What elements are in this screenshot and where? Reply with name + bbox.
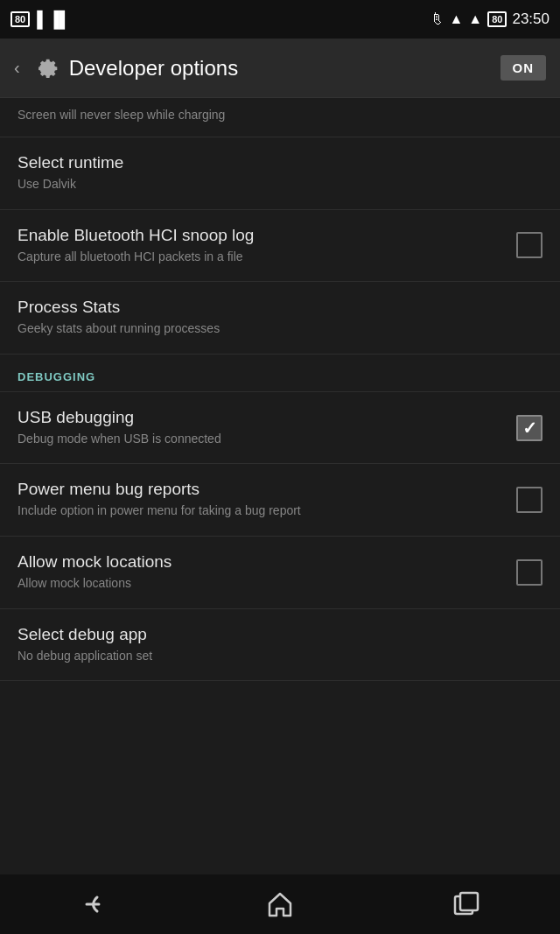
nav-bar [0, 874, 560, 934]
page-title: Developer options [69, 56, 238, 81]
setting-item-power-menu-bug[interactable]: Power menu bug reports Include option in… [0, 464, 560, 537]
setting-text-allow-mock-locations: Allow mock locations Allow mock location… [18, 552, 516, 593]
app-bar-left: ‹ Developer options [14, 53, 238, 84]
setting-title-usb-debugging: USB debugging [18, 408, 506, 427]
partial-setting-text: Screen will never sleep while charging [18, 108, 225, 122]
setting-text-process-stats: Process Stats Geeky stats about running … [18, 298, 542, 338]
section-header-label: DEBUGGING [18, 370, 95, 383]
nav-recents-icon [453, 891, 480, 917]
svg-rect-1 [460, 893, 478, 910]
setting-subtitle-select-debug-app: No debug application set [18, 648, 532, 665]
setting-text-usb-debugging: USB debugging Debug mode when USB is con… [18, 408, 516, 448]
setting-title-select-runtime: Select runtime [18, 153, 532, 172]
setting-subtitle-power-menu-bug: Include option in power menu for taking … [18, 502, 506, 520]
app-bar: ‹ Developer options ON [0, 39, 560, 98]
nav-home-button[interactable] [245, 883, 315, 925]
setting-text-power-menu-bug: Power menu bug reports Include option in… [18, 480, 516, 520]
setting-subtitle-allow-mock-locations: Allow mock locations [18, 575, 506, 593]
setting-title-select-debug-app: Select debug app [18, 625, 532, 644]
setting-item-process-stats[interactable]: Process Stats Geeky stats about running … [0, 282, 560, 355]
setting-text-select-runtime: Select runtime Use Dalvik [18, 153, 542, 193]
back-nav-icon[interactable]: ‹ [14, 58, 20, 78]
gear-icon [29, 53, 60, 84]
nav-back-button[interactable] [59, 883, 129, 925]
section-header-debugging: DEBUGGING [0, 355, 560, 392]
status-bar: 80 ▌▐▌ 🖁 ▲ ▲ 80 23:50 [0, 0, 560, 39]
battery-indicator: 80 [10, 11, 30, 27]
setting-item-bluetooth-hci[interactable]: Enable Bluetooth HCI snoop log Capture a… [0, 210, 560, 283]
wifi-icon: ▲ [450, 11, 464, 27]
setting-item-select-debug-app[interactable]: Select debug app No debug application se… [0, 609, 560, 682]
setting-subtitle-usb-debugging: Debug mode when USB is connected [18, 431, 506, 448]
power-menu-bug-checkbox[interactable] [516, 487, 542, 513]
nav-home-icon [265, 889, 295, 919]
setting-text-bluetooth-hci: Enable Bluetooth HCI snoop log Capture a… [18, 226, 516, 266]
setting-title-bluetooth-hci: Enable Bluetooth HCI snoop log [18, 226, 506, 245]
setting-title-allow-mock-locations: Allow mock locations [18, 552, 506, 572]
usb-debugging-checkbox[interactable] [516, 415, 542, 441]
setting-subtitle-process-stats: Geeky stats about running processes [18, 320, 532, 338]
setting-subtitle-bluetooth-hci: Capture all bluetooth HCI packets in a f… [18, 249, 506, 266]
barcode-icon: ▌▐▌ [37, 11, 70, 29]
setting-title-process-stats: Process Stats [18, 298, 532, 317]
nav-recents-button[interactable] [431, 883, 501, 925]
partial-setting-item: Screen will never sleep while charging [0, 98, 560, 137]
setting-item-usb-debugging[interactable]: USB debugging Debug mode when USB is con… [0, 392, 560, 465]
allow-mock-locations-checkbox[interactable] [516, 559, 542, 586]
setting-text-select-debug-app: Select debug app No debug application se… [18, 625, 542, 665]
setting-item-select-runtime[interactable]: Select runtime Use Dalvik [0, 137, 560, 210]
setting-title-power-menu-bug: Power menu bug reports [18, 480, 506, 499]
status-bar-left: 80 ▌▐▌ [10, 11, 71, 29]
setting-item-allow-mock-locations[interactable]: Allow mock locations Allow mock location… [0, 537, 560, 609]
nav-back-icon [80, 890, 108, 918]
bluetooth-hci-checkbox[interactable] [516, 232, 542, 258]
signal-icon: ▲ [468, 11, 482, 27]
developer-options-toggle[interactable]: ON [500, 55, 547, 81]
setting-subtitle-select-runtime: Use Dalvik [18, 176, 532, 193]
settings-content: Screen will never sleep while charging S… [0, 98, 560, 874]
phone-icon: 🖁 [430, 11, 444, 27]
battery-icon: 80 [487, 11, 507, 27]
status-bar-right: 🖁 ▲ ▲ 80 23:50 [430, 11, 550, 28]
time-display: 23:50 [512, 11, 550, 28]
